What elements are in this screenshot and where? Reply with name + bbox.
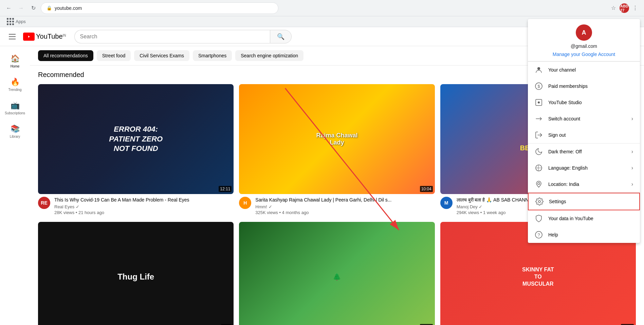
user-dropdown-menu: A @gmail.com Manage your Google Account …	[528, 19, 640, 243]
lock-icon: 🔒	[47, 5, 52, 11]
apps-button[interactable]: Apps	[4, 17, 29, 27]
sidebar-item-subscriptions[interactable]: 📺 Subscriptions	[0, 97, 30, 119]
subscriptions-icon: 📺	[11, 101, 20, 110]
dropdown-label-settings: Settings	[549, 199, 632, 204]
video-card-1[interactable]: ERROR 404:PATIENT ZERONOT FOUND 12:11 RE…	[38, 84, 234, 215]
video-card-5[interactable]: 🌲 15:22 T Forest adventure vlog Travel V…	[239, 222, 435, 325]
filter-seo[interactable]: Search engine optimization	[235, 50, 303, 61]
video-duration-4: 8:42	[221, 324, 232, 325]
browser-chrome: ← → ↻ 🔒 youtube.com ☆ ABD27 ⋮	[0, 0, 644, 16]
video-duration-6: 18:30	[621, 324, 634, 325]
person-icon	[535, 66, 543, 74]
chrome-menu-icon[interactable]: ⋮	[630, 3, 640, 13]
filter-all-recommendations[interactable]: All recommendations	[38, 50, 93, 61]
dropdown-item-youtube-studio[interactable]: YouTube Studio	[528, 94, 640, 111]
chrome-user-avatar[interactable]: ABD27	[620, 3, 629, 13]
dropdown-item-sign-out[interactable]: Sign out	[528, 127, 640, 143]
dropdown-label-sign-out: Sign out	[548, 132, 633, 138]
dropdown-label-youtube-studio: YouTube Studio	[548, 100, 633, 105]
apps-label: Apps	[16, 19, 26, 24]
dropdown-label-switch-account: Switch account	[548, 116, 626, 121]
bookmark-icon[interactable]: ☆	[609, 3, 618, 13]
video-card-4[interactable]: Thug Life 8:42 T Thug Life compilation T…	[38, 222, 234, 325]
sidebar-label-subscriptions: Subscriptions	[5, 111, 25, 115]
yt-logo-text: YouTubeIN	[36, 33, 66, 40]
dropdown-header: A @gmail.com Manage your Google Account	[528, 19, 640, 61]
address-bar[interactable]: 🔒 youtube.com	[41, 2, 278, 14]
channel-name-2: Hmm! ✓	[255, 204, 435, 209]
video-thumbnail-4: Thug Life 8:42	[38, 222, 234, 325]
dropdown-item-location[interactable]: Location: India ›	[528, 176, 640, 192]
video-thumbnail-1: ERROR 404:PATIENT ZERONOT FOUND 12:11	[38, 84, 234, 194]
video-thumbnail-5: 🌲 15:22	[239, 222, 435, 325]
video-card-2[interactable]: Rajma ChawalLady 10:04 H Sarita Kashyap …	[239, 84, 435, 215]
video-title-2: Sarita Kashyap Rajma Chawal Lady | Peera…	[255, 197, 435, 203]
video-stats-1: 28K views • 21 hours ago	[54, 210, 234, 215]
dropdown-item-paid-memberships[interactable]: $ Paid memberships	[528, 78, 640, 94]
sidebar-label-trending: Trending	[8, 88, 21, 92]
switch-icon	[535, 115, 543, 123]
yt-play-icon	[25, 34, 32, 39]
video-duration-5: 15:22	[420, 324, 433, 325]
library-icon: 📚	[11, 125, 20, 133]
language-arrow-icon: ›	[631, 165, 633, 171]
shield-icon	[535, 214, 543, 223]
sidebar-label-home: Home	[11, 64, 20, 68]
sidebar-item-home[interactable]: 🏠 Home	[0, 50, 30, 72]
dropdown-label-location: Location: India	[548, 181, 626, 187]
video-title-1: This Is Why Covid-19 Can Be A Man Made P…	[54, 197, 234, 203]
dropdown-label-help: Help	[548, 232, 633, 237]
channel-avatar-3: M	[440, 197, 453, 209]
sidebar-label-library: Library	[10, 135, 20, 138]
help-icon: ?	[535, 231, 543, 239]
reload-button[interactable]: ↻	[29, 3, 38, 13]
back-button[interactable]: ←	[4, 3, 14, 13]
sign-out-icon	[535, 131, 543, 139]
video-meta-2: Sarita Kashyap Rajma Chawal Lady | Peera…	[255, 197, 435, 215]
trending-icon: 🔥	[11, 78, 20, 87]
forward-button[interactable]: →	[16, 3, 26, 13]
svg-point-4	[538, 101, 540, 103]
apps-grid-icon	[7, 18, 14, 25]
dropdown-item-settings[interactable]: Settings	[528, 193, 640, 210]
dropdown-item-dark-theme[interactable]: Dark theme: Off ›	[528, 144, 640, 160]
filter-street-food[interactable]: Street food	[97, 50, 131, 61]
dropdown-item-switch-account[interactable]: Switch account ›	[528, 111, 640, 127]
yt-logo-icon	[23, 33, 35, 41]
dropdown-label-dark-theme: Dark theme: Off	[548, 149, 626, 154]
dark-theme-arrow-icon: ›	[631, 149, 633, 155]
yt-sidebar: 🏠 Home 🔥 Trending 📺 Subscriptions 📚 Libr…	[0, 46, 30, 325]
url-text: youtube.com	[55, 5, 273, 11]
dollar-icon: $	[535, 82, 543, 90]
dropdown-label-language: Language: English	[548, 165, 626, 171]
svg-text:?: ?	[537, 232, 540, 237]
video-thumbnail-2: Rajma ChawalLady 10:04	[239, 84, 435, 194]
sidebar-item-library[interactable]: 📚 Library	[0, 120, 30, 142]
hamburger-button[interactable]	[5, 30, 19, 43]
language-icon	[535, 164, 543, 172]
yt-search-wrapper: 🔍	[74, 30, 292, 43]
dropdown-item-your-data[interactable]: Your data in YouTube	[528, 210, 640, 227]
dropdown-label-paid-memberships: Paid memberships	[548, 83, 633, 89]
dropdown-label-your-data: Your data in YouTube	[548, 216, 633, 221]
search-input[interactable]	[74, 30, 270, 43]
filter-civil-services[interactable]: Civil Services Exams	[134, 50, 189, 61]
svg-text:$: $	[538, 84, 540, 89]
channel-name-1: Real Eyes ✓	[54, 204, 234, 209]
location-icon	[535, 180, 543, 188]
video-info-2: H Sarita Kashyap Rajma Chawal Lady | Pee…	[239, 197, 435, 215]
video-meta-1: This Is Why Covid-19 Can Be A Man Made P…	[54, 197, 234, 215]
location-arrow-icon: ›	[631, 181, 633, 187]
home-icon: 🏠	[11, 54, 20, 63]
dropdown-item-language[interactable]: Language: English ›	[528, 160, 640, 176]
video-stats-2: 325K views • 4 months ago	[255, 210, 435, 215]
manage-google-account-link[interactable]: Manage your Google Account	[553, 52, 615, 57]
dropdown-item-help[interactable]: ? Help	[528, 227, 640, 243]
sidebar-item-trending[interactable]: 🔥 Trending	[0, 74, 30, 96]
dropdown-item-your-channel[interactable]: Your channel	[528, 62, 640, 78]
yt-logo[interactable]: YouTubeIN	[23, 33, 66, 41]
filter-smartphones[interactable]: Smartphones	[193, 50, 232, 61]
video-info-1: RE This Is Why Covid-19 Can Be A Man Mad…	[38, 197, 234, 215]
search-button[interactable]: 🔍	[270, 30, 292, 43]
studio-icon	[535, 98, 543, 107]
